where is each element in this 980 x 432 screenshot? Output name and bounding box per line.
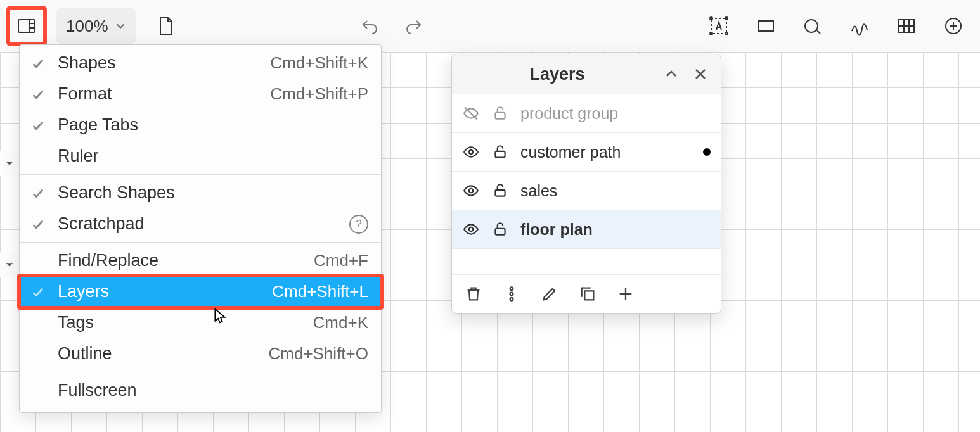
chevron-up-icon bbox=[664, 67, 679, 82]
layer-name: sales bbox=[520, 182, 711, 200]
menu-shortcut: Cmd+Shift+P bbox=[270, 84, 368, 104]
text-frame-icon bbox=[709, 16, 729, 36]
menu-item-search-shapes[interactable]: Search Shapes bbox=[20, 177, 381, 208]
check-icon bbox=[29, 186, 48, 200]
pointer-cursor bbox=[209, 307, 228, 326]
add-layer-button[interactable] bbox=[616, 284, 636, 304]
rectangle-icon bbox=[756, 16, 776, 36]
table-tool-button[interactable] bbox=[891, 11, 922, 41]
check-icon bbox=[29, 217, 48, 231]
check-icon bbox=[29, 118, 48, 132]
trash-icon bbox=[465, 285, 482, 303]
view-menu: Shapes Cmd+Shift+K Format Cmd+Shift+P Pa… bbox=[19, 44, 382, 413]
menu-item-layers[interactable]: Layers Cmd+Shift+L bbox=[20, 276, 381, 307]
insert-button[interactable] bbox=[938, 11, 969, 41]
visibility-toggle[interactable] bbox=[462, 182, 480, 199]
undo-icon bbox=[359, 16, 380, 36]
visibility-toggle[interactable] bbox=[462, 144, 480, 160]
eye-icon bbox=[463, 182, 479, 199]
panels-button-highlight bbox=[6, 6, 47, 46]
svg-point-30 bbox=[510, 298, 513, 301]
menu-label: Shapes bbox=[58, 53, 270, 73]
layer-name: product group bbox=[520, 105, 711, 123]
lock-open-icon bbox=[492, 221, 508, 238]
layer-options-button[interactable] bbox=[501, 284, 522, 304]
eye-icon bbox=[463, 221, 479, 238]
svg-point-29 bbox=[510, 293, 513, 296]
scribble-icon bbox=[849, 16, 870, 36]
lock-toggle[interactable] bbox=[491, 105, 509, 122]
menu-item-format[interactable]: Format Cmd+Shift+P bbox=[20, 79, 381, 110]
text-tool-button[interactable] bbox=[704, 11, 734, 41]
menu-label: Tags bbox=[58, 313, 313, 333]
caret-down-icon bbox=[4, 158, 15, 169]
ellipse-tool-button[interactable] bbox=[797, 11, 828, 41]
svg-point-22 bbox=[469, 150, 474, 155]
chevron-down-icon bbox=[115, 20, 126, 32]
left-collapse-2[interactable] bbox=[0, 252, 19, 277]
layer-list: product group customer path bbox=[452, 94, 721, 275]
delete-layer-button[interactable] bbox=[463, 284, 484, 304]
freehand-tool-button[interactable] bbox=[844, 11, 875, 41]
svg-rect-21 bbox=[495, 113, 505, 119]
menu-label: Ruler bbox=[58, 146, 368, 166]
eye-icon bbox=[463, 144, 479, 160]
visibility-toggle[interactable] bbox=[462, 105, 480, 122]
menu-shortcut: Cmd+Shift+L bbox=[272, 282, 368, 302]
undo-button[interactable] bbox=[354, 11, 385, 41]
check-icon bbox=[29, 56, 48, 70]
lock-toggle[interactable] bbox=[491, 144, 509, 160]
ellipse-icon bbox=[803, 16, 823, 36]
menu-shortcut: Cmd+F bbox=[314, 251, 368, 270]
menu-item-page-tabs[interactable]: Page Tabs bbox=[20, 110, 381, 141]
lock-open-icon bbox=[492, 144, 508, 160]
zoom-dropdown[interactable]: 100% bbox=[56, 8, 136, 44]
svg-point-24 bbox=[469, 189, 474, 193]
layers-panel-header[interactable]: Layers bbox=[452, 54, 721, 94]
panels-icon bbox=[16, 16, 37, 36]
new-page-button[interactable] bbox=[150, 11, 181, 41]
current-layer-dot bbox=[703, 148, 711, 156]
menu-item-scratchpad[interactable]: Scratchpad ? bbox=[20, 208, 381, 239]
menu-divider bbox=[20, 242, 381, 243]
svg-point-26 bbox=[469, 227, 474, 232]
rect-tool-button[interactable] bbox=[751, 11, 781, 41]
menu-label: Layers bbox=[58, 282, 272, 302]
visibility-toggle[interactable] bbox=[462, 221, 480, 238]
menu-item-find-replace[interactable]: Find/Replace Cmd+F bbox=[20, 245, 381, 276]
layer-row[interactable]: product group bbox=[452, 94, 721, 133]
toolbar-left: 100% bbox=[11, 8, 429, 44]
menu-item-fullscreen[interactable]: Fullscreen bbox=[20, 375, 381, 406]
duplicate-layer-button[interactable] bbox=[577, 284, 598, 304]
close-button[interactable] bbox=[690, 64, 711, 84]
svg-rect-23 bbox=[495, 151, 505, 158]
panels-toggle-button[interactable] bbox=[11, 11, 42, 41]
layer-name: customer path bbox=[520, 143, 692, 162]
redo-button[interactable] bbox=[399, 11, 429, 41]
rename-layer-button[interactable] bbox=[539, 284, 560, 304]
menu-label: Page Tabs bbox=[58, 115, 368, 135]
collapse-button[interactable] bbox=[661, 64, 681, 84]
redo-icon bbox=[404, 16, 424, 36]
layer-row[interactable]: sales bbox=[452, 172, 721, 210]
left-collapse-1[interactable] bbox=[0, 151, 19, 176]
layers-panel: Layers product group bbox=[451, 54, 721, 314]
menu-item-tags[interactable]: Tags Cmd+K bbox=[20, 307, 381, 338]
more-vertical-icon bbox=[503, 285, 520, 303]
close-icon bbox=[693, 67, 708, 82]
info-icon[interactable]: ? bbox=[349, 215, 368, 234]
layers-panel-title: Layers bbox=[462, 65, 652, 84]
menu-item-shapes[interactable]: Shapes Cmd+Shift+K bbox=[20, 48, 381, 79]
lock-toggle[interactable] bbox=[491, 221, 509, 238]
layer-row[interactable]: customer path bbox=[452, 133, 721, 172]
lock-toggle[interactable] bbox=[491, 182, 509, 199]
plus-icon bbox=[617, 285, 635, 303]
menu-shortcut: Cmd+K bbox=[313, 313, 368, 333]
menu-item-outline[interactable]: Outline Cmd+Shift+O bbox=[20, 338, 381, 369]
menu-label: Find/Replace bbox=[58, 251, 314, 270]
menu-item-ruler[interactable]: Ruler bbox=[20, 141, 381, 172]
svg-rect-0 bbox=[18, 20, 35, 32]
eye-off-icon bbox=[463, 105, 479, 122]
file-icon bbox=[155, 16, 176, 36]
layer-row[interactable]: floor plan bbox=[452, 210, 721, 249]
